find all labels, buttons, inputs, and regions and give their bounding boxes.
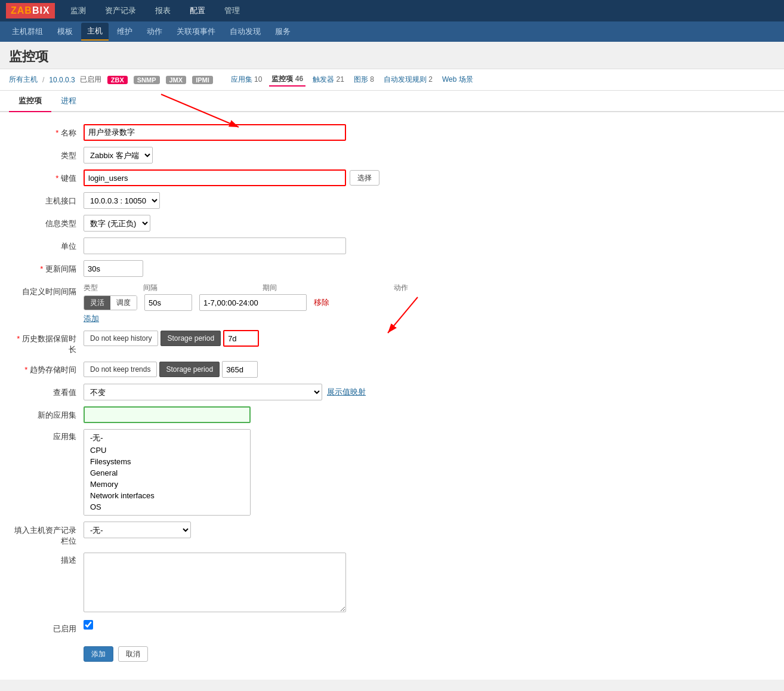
page-title-bar: 监控项 (0, 42, 784, 69)
form-label-custom-interval: 自定义时间间隔 (12, 283, 84, 297)
form-row-interval: * 更新间隔 (12, 257, 772, 280)
appset-option-filesystems: Filesystems (88, 456, 246, 467)
trends-storage-btn[interactable]: Storage period (159, 362, 220, 377)
form-control-type: Zabbix 客户端 (84, 147, 772, 164)
appset-listbox[interactable]: -无- CPU Filesystems General Memory Netwo… (84, 429, 251, 516)
valuemap-select[interactable]: 不变 (84, 384, 322, 400)
form-label-history: * 历史数据保留时长 (12, 330, 84, 355)
form-row-interface: 主机接口 10.0.0.3 : 10050 (12, 189, 772, 212)
trends-no-keep-btn[interactable]: Do not keep trends (84, 362, 157, 377)
interval-header-period: 期间 (263, 283, 394, 293)
unit-input[interactable] (84, 237, 346, 254)
form-row-history: * 历史数据保留时长 Do not keep history Storage p… (12, 327, 772, 358)
interval-remove-link[interactable]: 移除 (314, 297, 329, 308)
nav-event-correlation[interactable]: 关联项事件 (171, 23, 221, 40)
appset-option-performance: Performance (88, 513, 246, 516)
add-interval-link[interactable]: 添加 (84, 314, 99, 323)
key-input[interactable] (84, 169, 346, 186)
second-navigation: 主机群组 模板 主机 维护 动作 关联项事件 自动发现 服务 (0, 21, 784, 42)
appset-option-network: Network interfaces (88, 490, 246, 501)
form-label-interval: * 更新间隔 (12, 260, 84, 274)
filter-web[interactable]: Web 场景 (440, 73, 476, 86)
interval-value-input[interactable] (144, 294, 192, 311)
form-label-inventory: 填入主机资产记录栏位 (12, 522, 84, 547)
tab-processes[interactable]: 进程 (51, 91, 86, 112)
filter-graphs[interactable]: 图形 8 (351, 73, 376, 86)
nav-discovery[interactable]: 自动发现 (224, 23, 267, 40)
description-textarea[interactable] (84, 553, 346, 612)
main-content: * 名称 类型 Zabbix 客户端 * 键值 (0, 112, 784, 680)
nav-services[interactable]: 服务 (269, 23, 297, 40)
badge-zbx: ZBX (107, 76, 128, 84)
form-row-enabled: 已启用 (12, 617, 772, 637)
bottom-buttons: 添加 取消 (12, 637, 772, 671)
form-row-infotype: 信息类型 数字 (无正负) (12, 212, 772, 235)
infotype-select[interactable]: 数字 (无正负) (84, 215, 150, 232)
new-appset-input[interactable] (84, 406, 251, 423)
cancel-button[interactable]: 取消 (118, 646, 148, 662)
breadcrumb-bar: 所有主机 / 10.0.0.3 已启用 ZBX SNMP JMX IPMI 应用… (0, 69, 784, 91)
add-submit-button[interactable]: 添加 (84, 646, 113, 662)
top-nav-items: 监测 资产记录 报表 配置 管理 (67, 3, 243, 18)
breadcrumb-all-hosts[interactable]: 所有主机 (9, 75, 38, 85)
interval-type-schedule[interactable]: 调度 (110, 296, 137, 310)
nav-config[interactable]: 配置 (186, 3, 209, 18)
breadcrumb-status: 已启用 (80, 75, 101, 85)
form-label-type: 类型 (12, 147, 84, 161)
nav-report[interactable]: 报表 (152, 3, 174, 18)
interval-period-input[interactable] (199, 294, 307, 311)
form-control-trends: Do not keep trends Storage period (84, 361, 772, 378)
tab-items[interactable]: 监控项 (9, 91, 51, 112)
enabled-checkbox[interactable] (84, 620, 93, 630)
interface-select[interactable]: 10.0.0.3 : 10050 (84, 192, 160, 209)
form-control-interval (84, 260, 772, 277)
history-value-input[interactable] (223, 330, 259, 347)
valuemap-link[interactable]: 展示值映射 (327, 387, 366, 397)
trends-value-input[interactable] (222, 361, 258, 378)
form-control-appset: -无- CPU Filesystems General Memory Netwo… (84, 429, 772, 516)
form-control-enabled (84, 620, 772, 631)
type-select[interactable]: Zabbix 客户端 (84, 147, 153, 164)
form-label-key: * 键值 (12, 169, 84, 184)
form-row-appset: 应用集 -无- CPU Filesystems General Memory N… (12, 426, 772, 519)
inventory-select[interactable]: -无- (84, 522, 191, 538)
form-control-valuemap: 不变 展示值映射 (84, 384, 772, 400)
breadcrumb-host[interactable]: 10.0.0.3 (49, 76, 75, 84)
arrow-name (155, 88, 263, 136)
nav-assets[interactable]: 资产记录 (101, 3, 140, 18)
form-row-new-appset: 新的应用集 (12, 403, 772, 426)
svg-line-1 (161, 94, 239, 127)
badge-ipmi: IPMI (192, 76, 213, 84)
nav-host-groups[interactable]: 主机群组 (6, 23, 49, 40)
interval-type-flexible[interactable]: 灵活 (84, 296, 110, 310)
nav-monitor[interactable]: 监测 (67, 3, 89, 18)
filter-triggers[interactable]: 触发器 21 (310, 73, 347, 86)
nav-maintenance[interactable]: 维护 (111, 23, 138, 40)
nav-admin[interactable]: 管理 (221, 3, 243, 18)
form-label-unit: 单位 (12, 237, 84, 252)
arrow-history (370, 294, 459, 342)
breadcrumb-sep: / (42, 76, 44, 84)
top-navigation: ZABBIX 监测 资产记录 报表 配置 管理 (0, 0, 784, 21)
interval-type-group: 灵活 调度 (84, 295, 137, 310)
form-row-description: 描述 (12, 550, 772, 617)
history-no-keep-btn[interactable]: Do not keep history (84, 331, 158, 346)
nav-actions[interactable]: 动作 (141, 23, 168, 40)
interval-input[interactable] (84, 260, 143, 277)
form-label-name: * 名称 (12, 124, 84, 138)
appset-option-os: OS (88, 501, 246, 513)
form-control-interface: 10.0.0.3 : 10050 (84, 192, 772, 209)
filter-items[interactable]: 监控项 46 (269, 73, 305, 87)
filter-discovery[interactable]: 自动发现规则 2 (381, 73, 435, 86)
form-label-valuemap: 查看值 (12, 384, 84, 398)
nav-hosts[interactable]: 主机 (81, 23, 109, 41)
history-storage-btn[interactable]: Storage period (160, 331, 221, 346)
filter-appset[interactable]: 应用集 10 (229, 73, 265, 86)
badge-snmp: SNMP (134, 76, 160, 84)
nav-templates[interactable]: 模板 (51, 23, 79, 40)
interval-header: 类型 间隔 期间 动作 (84, 283, 772, 293)
key-select-button[interactable]: 选择 (350, 170, 379, 186)
appset-option-memory: Memory (88, 479, 246, 490)
tab-bar: 监控项 进程 (0, 91, 784, 112)
svg-line-3 (388, 297, 418, 333)
